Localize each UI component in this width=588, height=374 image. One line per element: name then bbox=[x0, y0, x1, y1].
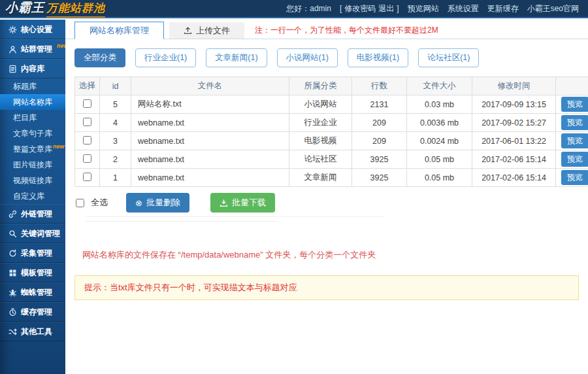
sidebar-subitem-label: 文章句子库 bbox=[13, 129, 52, 138]
sidebar-item-sitename-library[interactable]: 网站名称库 bbox=[0, 94, 65, 110]
preview-button[interactable]: 预览 bbox=[561, 97, 588, 112]
sidebar-item-image-link-library[interactable]: 图片链接库 bbox=[0, 157, 65, 173]
filter-forum[interactable]: 论坛社区(1) bbox=[418, 48, 479, 67]
logo-text-primary: 小霸王 bbox=[5, 0, 44, 16]
sidebar-item-other-tools[interactable]: 其他工具 bbox=[0, 322, 65, 341]
row-id: 1 bbox=[100, 169, 131, 187]
sidebar-item-video-link-library[interactable]: 视频链接库 bbox=[0, 173, 65, 188]
row-lines: 2131 bbox=[352, 95, 407, 114]
tab-upload-file[interactable]: 上传文件 bbox=[169, 22, 244, 39]
row-category: 小说网站 bbox=[289, 95, 352, 114]
row-filename: webname.txt bbox=[131, 132, 289, 150]
main-content: 网站名称库管理 上传文件 注：一行一个，为了性能，每个文件最好不要超过2M 全部… bbox=[65, 20, 588, 374]
row-size: 0.0036 mb bbox=[407, 114, 472, 132]
row-checkbox[interactable] bbox=[83, 173, 91, 181]
row-id: 4 bbox=[100, 114, 131, 132]
sidebar-item-label: 外链管理 bbox=[21, 209, 52, 220]
table-row: 3 webname.txt 电影视频 209 0.0024 mb 2017-06… bbox=[75, 132, 588, 150]
shuffle-icon bbox=[8, 328, 17, 336]
table-row: 1 webname.txt 文章新闻 3925 0.05 mb 2017-02-… bbox=[75, 169, 588, 187]
sidebar-item-label: 蜘蛛管理 bbox=[21, 287, 52, 298]
change-password-link[interactable]: 修改密码 bbox=[344, 3, 376, 14]
row-checkbox[interactable] bbox=[83, 154, 91, 163]
account-links: [ 修改密码 退出 ] bbox=[340, 3, 399, 14]
sidebar-item-label: 站群管理 bbox=[21, 44, 52, 55]
filter-movie-video[interactable]: 电影视频(1) bbox=[348, 48, 408, 67]
column-header-select: 选择 bbox=[75, 77, 100, 95]
row-id: 3 bbox=[100, 132, 131, 150]
download-tray-icon bbox=[220, 199, 228, 207]
select-all-checkbox[interactable] bbox=[76, 199, 84, 207]
system-settings-link[interactable]: 系统设置 bbox=[448, 3, 479, 14]
row-checkbox[interactable] bbox=[83, 118, 91, 126]
sidebar-subitem-label: 整篇文章库 bbox=[13, 144, 52, 154]
sidebar-item-label: 内容库 bbox=[21, 63, 44, 75]
sidebar-item-article-library[interactable]: 整篇文章库new bbox=[0, 141, 65, 157]
row-id: 2 bbox=[100, 150, 131, 169]
column-header-id: id bbox=[100, 77, 131, 95]
row-lines: 3925 bbox=[352, 169, 407, 187]
topbar-menu: 您好：admin [ 修改密码 退出 ] 预览网站 系统设置 更新缓存 小霸王s… bbox=[286, 3, 579, 14]
sidebar-item-content-library[interactable]: 内容库 bbox=[0, 59, 65, 78]
sidebar-item-keywords[interactable]: 关键词管理 bbox=[0, 224, 65, 243]
logo-text-secondary: 万能站群池 bbox=[46, 1, 105, 18]
refresh-icon bbox=[8, 249, 17, 258]
bulk-download-button[interactable]: 批量下载 bbox=[210, 193, 275, 212]
tab-sitename-library-manage[interactable]: 网站名称库管理 bbox=[74, 22, 164, 39]
preview-button[interactable]: 预览 bbox=[561, 115, 588, 130]
tab-label: 上传文件 bbox=[196, 22, 230, 39]
bracket-open: [ bbox=[340, 4, 342, 13]
sidebar-item-title-library[interactable]: 标题库 bbox=[0, 78, 65, 94]
row-checkbox[interactable] bbox=[83, 136, 91, 144]
filter-article-news[interactable]: 文章新闻(1) bbox=[206, 48, 267, 67]
sidebar-item-cache[interactable]: 缓存管理 bbox=[0, 302, 65, 322]
row-checkbox[interactable] bbox=[83, 99, 91, 108]
category-filter-bar: 全部分类 行业企业(1) 文章新闻(1) 小说网站(1) 电影视频(1) 论坛社… bbox=[65, 39, 588, 70]
sidebar-item-label: 关键词管理 bbox=[21, 228, 60, 239]
sidebar-item-collection[interactable]: 采集管理 bbox=[0, 243, 65, 263]
sidebar-item-sentence-library[interactable]: 文章句子库 bbox=[0, 126, 65, 141]
row-filename: webname.txt bbox=[131, 150, 289, 169]
row-lines: 209 bbox=[352, 114, 407, 132]
filter-novel-site[interactable]: 小说网站(1) bbox=[277, 48, 338, 67]
row-modified: 2017-09-09 13:15 bbox=[472, 95, 556, 114]
table-row: 2 webname.txt 论坛社区 3925 0.05 mb 2017-02-… bbox=[75, 150, 588, 169]
bracket-close: ] bbox=[397, 4, 399, 13]
spider-icon bbox=[8, 288, 17, 297]
row-size: 0.0024 mb bbox=[407, 132, 472, 150]
sidebar-item-custom-library[interactable]: 自定义库 bbox=[0, 188, 65, 204]
row-lines: 3925 bbox=[352, 150, 407, 169]
filter-industry[interactable]: 行业企业(1) bbox=[135, 48, 196, 67]
table-header-row: 选择 id 文件名 所属分类 行数 文件大小 修改时间 管理 bbox=[75, 77, 588, 95]
grid-icon bbox=[8, 269, 17, 277]
row-size: 0.03 mb bbox=[407, 95, 472, 114]
sidebar-item-spiders[interactable]: 蜘蛛管理 bbox=[0, 282, 65, 302]
bulk-download-label: 批量下载 bbox=[232, 197, 266, 209]
filter-all-categories[interactable]: 全部分类 bbox=[74, 48, 125, 67]
sidebar-item-external-links[interactable]: 外链管理 bbox=[0, 204, 65, 224]
sidebar-item-column-library[interactable]: 栏目库 bbox=[0, 110, 65, 126]
row-modified: 2017-02-06 15:14 bbox=[472, 150, 556, 169]
new-badge: new bbox=[53, 143, 65, 150]
column-header-filename: 文件名 bbox=[131, 77, 289, 95]
sidebar-subitem-label: 标题库 bbox=[13, 82, 37, 91]
refresh-cache-link[interactable]: 更新缓存 bbox=[487, 3, 519, 14]
sidebar-item-site-group[interactable]: 站群管理 new bbox=[0, 39, 65, 59]
preview-site-link[interactable]: 预览网站 bbox=[408, 3, 439, 14]
greeting-text: 您好：admin bbox=[286, 3, 331, 14]
bulk-delete-button[interactable]: ⊗ 批量删除 bbox=[126, 193, 189, 212]
preview-button[interactable]: 预览 bbox=[561, 170, 588, 185]
preview-button[interactable]: 预览 bbox=[561, 133, 588, 148]
row-category: 行业企业 bbox=[289, 114, 352, 132]
search-icon bbox=[8, 230, 17, 238]
sidebar-item-core-settings[interactable]: 核心设置 bbox=[0, 20, 65, 39]
row-modified: 2017-06-01 13:22 bbox=[472, 132, 556, 150]
official-site-link[interactable]: 小霸王seo官网 bbox=[527, 3, 579, 14]
logout-link[interactable]: 退出 bbox=[378, 3, 394, 14]
sidebar-item-label: 采集管理 bbox=[21, 248, 52, 259]
clock-icon bbox=[8, 308, 17, 316]
sidebar-item-label: 其他工具 bbox=[21, 326, 52, 337]
preview-button[interactable]: 预览 bbox=[561, 152, 588, 167]
sidebar-item-templates[interactable]: 模板管理 bbox=[0, 263, 65, 282]
tab-bar: 网站名称库管理 上传文件 注：一行一个，为了性能，每个文件最好不要超过2M bbox=[65, 20, 588, 39]
